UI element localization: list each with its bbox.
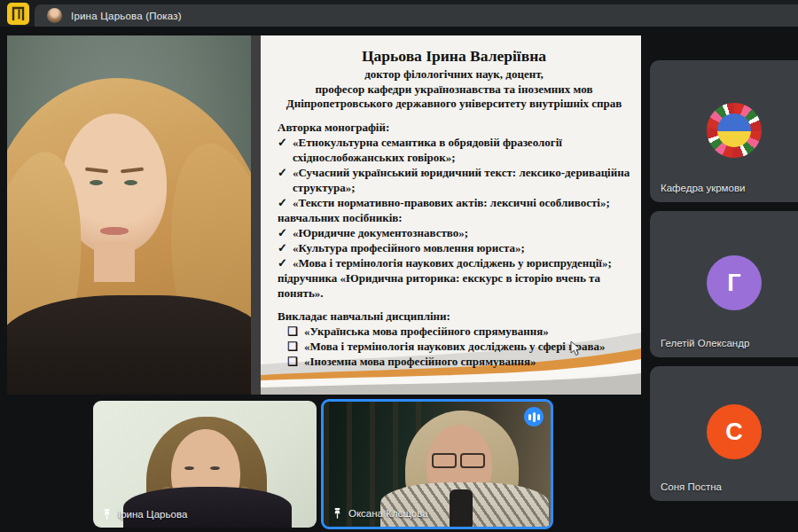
pin-icon bbox=[102, 508, 112, 520]
discipline-item: ❑ «Мова і термінологія наукових дослідже… bbox=[278, 339, 638, 354]
check-icon: ✓ bbox=[278, 255, 293, 270]
app-logo-button[interactable] bbox=[7, 3, 29, 25]
monograph-item: ✓ «Етнокультурна семантика в обрядовій ф… bbox=[278, 135, 638, 165]
check-icon: ✓ bbox=[278, 165, 293, 195]
check-icon: ✓ bbox=[278, 135, 293, 165]
manual-item: ✓ «Юридичне документознавство»; bbox=[278, 225, 638, 240]
share-tab-label: Ірина Царьова (Показ) bbox=[71, 11, 182, 21]
video-tile-iryna[interactable]: Ірина Царьова bbox=[93, 401, 317, 528]
slide-subtitle-2: професор кафедри українознавства та іноз… bbox=[278, 82, 630, 98]
manual-item: ✓ «Мова і термінологія наукових дослідже… bbox=[278, 255, 638, 270]
presentation-slide: Царьова Ірина Валеріївна доктор філологі… bbox=[251, 35, 641, 395]
manuals-heading: навчальних посібників: bbox=[278, 210, 638, 225]
presenter-portrait-photo bbox=[7, 35, 251, 395]
slide-body: Авторка монографій: ✓ «Етнокультурна сем… bbox=[278, 120, 638, 369]
slide-title: Царьова Ірина Валеріївна bbox=[278, 47, 630, 66]
manual-item: ✓ «Культура професійного мовлення юриста… bbox=[278, 240, 638, 255]
portrait-torso bbox=[7, 295, 251, 395]
initial-avatar: Г bbox=[707, 255, 762, 310]
initial-avatar: С bbox=[707, 404, 762, 459]
participant-tile-kafedra[interactable]: Кафедра укрмови bbox=[650, 60, 798, 202]
video-tile-name: Оксана Клєщова bbox=[348, 508, 428, 519]
monographs-heading: Авторка монографій: bbox=[278, 120, 638, 135]
topbar: Ірина Царьова (Показ) bbox=[0, 0, 798, 27]
disciplines-heading: Викладає навчальні дисципліни: bbox=[278, 309, 638, 324]
participant-name: Соня Постна bbox=[661, 481, 722, 492]
video-tile-oksana[interactable]: Оксана Клєщова bbox=[321, 399, 553, 529]
slide-subtitle-3: Дніпропетровського державного університе… bbox=[278, 97, 630, 112]
flower-wreath-avatar bbox=[707, 103, 762, 158]
slide-content: Царьова Ірина Валеріївна доктор філологі… bbox=[261, 35, 641, 395]
door-icon bbox=[12, 6, 25, 21]
ukraine-flag-center bbox=[717, 113, 751, 147]
participant-name: Гелетій Олександр bbox=[661, 338, 749, 348]
mouse-cursor-icon bbox=[570, 340, 582, 356]
monograph-item: ✓ «Сучасний український юридичний текст:… bbox=[278, 165, 638, 195]
checkbox-icon: ❑ bbox=[287, 339, 304, 354]
presenter-avatar bbox=[47, 8, 62, 23]
discipline-item: ❑ «Українська мова професійного спрямува… bbox=[278, 324, 638, 339]
checkbox-icon: ❑ bbox=[287, 324, 304, 339]
name-chip: Ірина Царьова bbox=[102, 508, 187, 520]
speaking-audio-icon bbox=[524, 407, 544, 426]
active-share-tab[interactable]: Ірина Царьова (Показ) bbox=[35, 4, 798, 27]
participant-tile-heletii[interactable]: Г Гелетій Олександр bbox=[650, 211, 798, 357]
slide-subtitle-1: доктор філологічних наук, доцент, bbox=[278, 67, 630, 82]
video-tile-name: Ірина Царьова bbox=[118, 509, 187, 520]
check-icon: ✓ bbox=[278, 240, 293, 255]
glasses-icon bbox=[432, 453, 457, 468]
name-chip: Оксана Клєщова bbox=[332, 507, 428, 520]
checkbox-icon: ❑ bbox=[287, 354, 304, 369]
check-icon: ✓ bbox=[278, 225, 293, 240]
screen-share-view: Царьова Ірина Валеріївна доктор філологі… bbox=[7, 35, 641, 395]
textbook-line: підручника «Юридична риторика: екскурс в… bbox=[278, 270, 638, 301]
participant-name: Кафедра укрмови bbox=[661, 183, 745, 193]
pin-icon bbox=[332, 507, 342, 520]
participant-tile-sonia[interactable]: С Соня Постна bbox=[650, 366, 798, 501]
monograph-item: ✓ «Тексти нормативно-правових актів: лек… bbox=[278, 195, 638, 210]
discipline-item: ❑ «Іноземна мова професійного спрямуванн… bbox=[278, 354, 638, 369]
check-icon: ✓ bbox=[278, 195, 293, 210]
